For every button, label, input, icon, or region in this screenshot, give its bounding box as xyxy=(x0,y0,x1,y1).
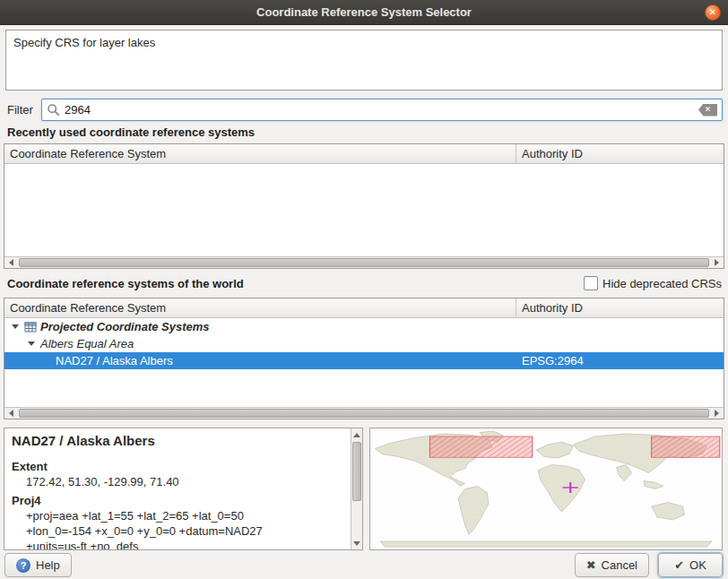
filter-label: Filter xyxy=(7,103,33,117)
scroll-left-icon[interactable] xyxy=(4,257,18,268)
scroll-right-icon[interactable] xyxy=(710,257,724,268)
check-icon: ✔ xyxy=(674,559,684,571)
help-button[interactable]: ? Help xyxy=(4,553,72,577)
recent-hscroll-track[interactable] xyxy=(18,257,710,268)
recent-crs-table: Coordinate Reference System Authority ID xyxy=(4,143,724,269)
cancel-icon: ✖ xyxy=(586,559,596,571)
scroll-up-icon[interactable] xyxy=(351,428,362,441)
chevron-down-icon[interactable] xyxy=(26,341,37,346)
proj4-label: Proj4 xyxy=(12,493,343,508)
filter-input[interactable]: ✕ xyxy=(41,99,723,121)
hide-deprecated-option[interactable]: Hide deprecated CRSs xyxy=(584,276,722,290)
chevron-down-icon[interactable] xyxy=(10,324,21,329)
recent-hscroll-thumb[interactable] xyxy=(19,258,709,267)
cancel-button[interactable]: ✖ Cancel xyxy=(575,553,649,577)
world-map xyxy=(370,428,722,549)
world-crs-table: Coordinate Reference System Authority ID… xyxy=(4,298,724,419)
world-hscrollbar[interactable] xyxy=(4,407,724,419)
details-vscroll-track[interactable] xyxy=(351,441,362,537)
world-hscroll-track[interactable] xyxy=(18,408,710,419)
clear-filter-icon[interactable]: ✕ xyxy=(698,104,717,117)
proj4-line: +proj=aea +lat_1=55 +lat_2=65 +lat_0=50 xyxy=(12,508,343,523)
scroll-left-icon[interactable] xyxy=(4,408,18,419)
tree-row-albers-equal-area[interactable]: Albers Equal Area xyxy=(4,335,724,352)
extent-value: 172.42, 51.30, -129.99, 71.40 xyxy=(12,474,343,489)
search-icon xyxy=(47,103,60,117)
help-icon: ? xyxy=(16,558,30,573)
crs-extent-map-preview xyxy=(369,428,723,550)
scroll-right-icon[interactable] xyxy=(710,408,724,419)
world-crs-tree[interactable]: Projected Coordinate Systems Albers Equa… xyxy=(4,318,724,407)
hide-deprecated-checkbox[interactable] xyxy=(584,276,598,290)
tree-row-nad27-alaska-albers[interactable]: NAD27 / Alaska Albers EPSG:2964 xyxy=(4,352,724,369)
column-header-authority[interactable]: Authority ID xyxy=(516,144,724,163)
crs-message: Specify CRS for layer lakes xyxy=(5,30,723,91)
column-header-authority[interactable]: Authority ID xyxy=(516,298,724,317)
grid-icon xyxy=(24,321,37,333)
tree-label: Albers Equal Area xyxy=(40,335,134,352)
ok-button[interactable]: ✔ OK xyxy=(658,553,723,577)
close-button[interactable]: ✕ xyxy=(705,4,721,21)
proj4-line: +lon_0=-154 +x_0=0 +y_0=0 +datum=NAD27 xyxy=(12,523,343,539)
crs-selector-dialog: Coordinate Reference System Selector ✕ S… xyxy=(0,0,728,579)
hide-deprecated-label[interactable]: Hide deprecated CRSs xyxy=(602,277,722,290)
scroll-down-icon[interactable] xyxy=(351,537,362,549)
proj4-line: +units=us-ft +no_defs xyxy=(12,539,343,549)
world-table-header: Coordinate Reference System Authority ID xyxy=(4,298,724,318)
close-icon: ✕ xyxy=(709,8,716,17)
tree-label: NAD27 / Alaska Albers xyxy=(56,352,173,369)
recent-crs-list[interactable] xyxy=(4,164,724,256)
tree-row-projected-coordinate-systems[interactable]: Projected Coordinate Systems xyxy=(4,318,724,335)
recent-section-title: Recently used coordinate reference syste… xyxy=(7,125,255,139)
details-vscrollbar[interactable] xyxy=(351,428,362,549)
world-section-title: Coordinate reference systems of the worl… xyxy=(7,277,244,290)
recent-hscrollbar[interactable] xyxy=(4,256,724,268)
tree-label: Projected Coordinate Systems xyxy=(40,318,210,335)
extent-label: Extent xyxy=(12,459,343,474)
recent-table-header: Coordinate Reference System Authority ID xyxy=(4,144,724,164)
column-header-crs[interactable]: Coordinate Reference System xyxy=(4,144,516,163)
details-vscroll-thumb[interactable] xyxy=(352,442,361,501)
authority-id-value: EPSG:2964 xyxy=(516,352,724,369)
cancel-button-label: Cancel xyxy=(602,558,637,572)
crs-details-text: NAD27 / Alaska Albers Extent 172.42, 51.… xyxy=(4,428,351,549)
window-title: Coordinate Reference System Selector xyxy=(256,5,472,19)
filter-value-input[interactable] xyxy=(65,103,694,117)
ok-button-label: OK xyxy=(689,558,706,572)
world-hscroll-thumb[interactable] xyxy=(19,409,709,418)
column-header-crs[interactable]: Coordinate Reference System xyxy=(4,298,516,317)
help-button-label: Help xyxy=(36,558,60,572)
crs-name: NAD27 / Alaska Albers xyxy=(12,433,343,448)
titlebar[interactable]: Coordinate Reference System Selector ✕ xyxy=(0,0,728,25)
crs-details-panel: NAD27 / Alaska Albers Extent 172.42, 51.… xyxy=(4,428,363,550)
